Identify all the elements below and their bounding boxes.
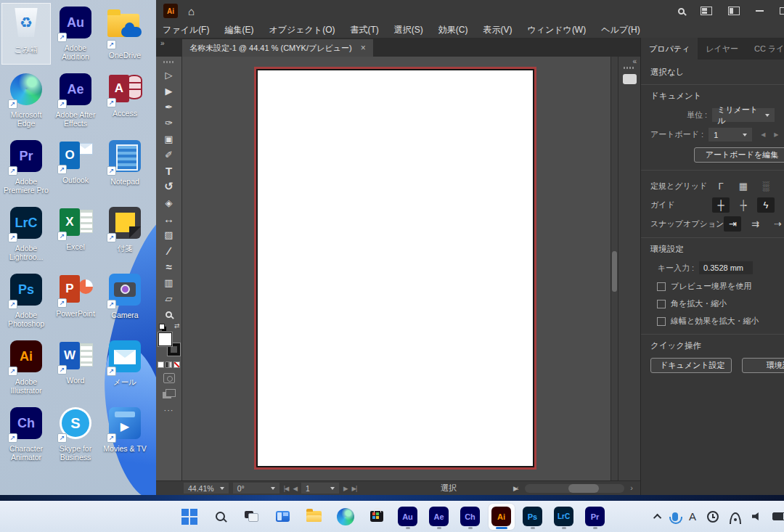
desktop-icon-camera[interactable]: Camera (100, 270, 150, 332)
ruler-icon[interactable]: Γ (712, 179, 730, 194)
eraser-tool[interactable]: ◈ (159, 195, 179, 210)
desktop-icon-movies-tv[interactable]: ▶ Movies & TV (100, 404, 150, 465)
minimize-button[interactable] (756, 10, 764, 12)
horizontal-scrollbar-thumb[interactable] (568, 484, 599, 493)
wifi-icon[interactable] (730, 512, 741, 520)
comments-icon[interactable] (623, 74, 637, 84)
artboard[interactable] (256, 69, 534, 467)
close-tab-icon[interactable]: × (361, 43, 366, 53)
preferences-button[interactable]: 環境設定 (742, 358, 784, 373)
lock-guides-icon[interactable]: ┼ (735, 197, 752, 213)
keyboard-increment-field[interactable]: 0.3528 mm (699, 261, 753, 274)
width-tool[interactable]: ↔ (159, 210, 179, 226)
arrange-documents-icon[interactable] (728, 7, 740, 15)
type-tool[interactable]: T (159, 163, 179, 179)
next-artboard-icon[interactable]: ▶ (774, 131, 778, 138)
desktop-icon-character-animator[interactable]: Ch Character Animator (1, 404, 51, 465)
artboard-select[interactable]: 1 (709, 128, 752, 142)
show-guides-icon[interactable]: ┼ (712, 197, 730, 213)
taskbar-premiere-button[interactable]: Pr (582, 504, 608, 530)
scale-strokes-effects-checkbox[interactable]: 線幅と効果を拡大・縮小 (657, 316, 775, 327)
default-colors-icon[interactable] (159, 324, 165, 330)
desktop-icon-illustrator[interactable]: Ai Adobe Illustrator (1, 337, 51, 398)
rotation-select[interactable]: 0° (233, 483, 279, 494)
vertical-scrollbar[interactable] (611, 57, 618, 480)
desktop-icon-notepad[interactable]: Notepad (100, 136, 150, 198)
document-setup-button[interactable]: ドキュメント設定 (650, 358, 732, 373)
microsoft-store-button[interactable] (364, 504, 390, 530)
blend-tool[interactable]: ≈ (159, 258, 179, 274)
menu-select[interactable]: 選択(S) (394, 24, 423, 36)
edit-toolbar-icon[interactable]: ··· (164, 406, 174, 414)
artboard-navigation-select[interactable]: 1 (301, 483, 339, 494)
start-button[interactable] (176, 504, 203, 530)
desktop-icon-outlook[interactable]: O Outlook (51, 136, 100, 198)
menu-type[interactable]: 書式(T) (350, 24, 378, 36)
toolbar-grip[interactable] (163, 61, 175, 63)
zoom-level-select[interactable]: 44.41% (184, 483, 229, 494)
desktop-icon-photoshop[interactable]: Ps Adobe Photoshop (1, 270, 51, 332)
menu-edit[interactable]: 編集(E) (224, 24, 253, 36)
scroll-right-icon[interactable]: › (630, 483, 633, 493)
grid-icon[interactable]: ▦ (735, 179, 752, 194)
gradient-button[interactable] (166, 361, 172, 368)
desktop-icon-premiere-pro[interactable]: Pr Adobe Premiere Pro (1, 136, 51, 198)
tab-layers[interactable]: レイヤー (698, 38, 746, 60)
fill-swatch[interactable] (158, 332, 172, 346)
last-artboard-button[interactable]: ▶| (351, 485, 356, 492)
drawing-modes-button[interactable] (163, 373, 175, 383)
desktop-icon-onedrive[interactable]: OneDrive (100, 3, 150, 65)
clock-icon[interactable] (707, 511, 719, 523)
curvature-tool[interactable]: ✑ (159, 115, 179, 131)
taskbar-illustrator-button[interactable]: Ai (489, 504, 515, 530)
task-view-button[interactable] (239, 504, 265, 530)
panel-collapse-icon[interactable]: « (632, 57, 637, 65)
desktop-icon-word[interactable]: W Word (51, 337, 100, 398)
taskbar-after-effects-button[interactable]: Ae (426, 504, 452, 530)
paintbrush-tool[interactable]: ✐ (159, 147, 179, 163)
canvas[interactable] (182, 57, 611, 480)
menu-view[interactable]: 表示(V) (483, 24, 512, 36)
eyedropper-tool[interactable]: ∕ (159, 242, 179, 258)
desktop-icon-access[interactable]: A Access (100, 70, 150, 131)
workspace-switcher-icon[interactable] (701, 7, 712, 15)
first-artboard-button[interactable]: |◀ (284, 485, 289, 492)
search-icon[interactable] (678, 8, 685, 15)
gradient-tool[interactable]: ▨ (159, 226, 179, 242)
artboard-tool[interactable]: ▱ (159, 290, 179, 306)
transparency-grid-icon[interactable]: ░ (757, 179, 775, 194)
desktop-icon-excel[interactable]: X Excel (51, 203, 100, 265)
microphone-icon[interactable] (672, 512, 678, 521)
menu-file[interactable]: ファイル(F) (163, 24, 209, 36)
screen-mode-button[interactable] (163, 389, 176, 398)
scroll-left-icon[interactable]: ‹ (516, 483, 519, 493)
previous-artboard-button[interactable]: ◀ (293, 485, 297, 492)
snap-to-point-icon[interactable]: ⇥ (724, 216, 741, 232)
edit-artboards-button[interactable]: アートボードを編集 (694, 147, 784, 163)
panel-grip[interactable] (624, 67, 635, 69)
toolbar-collapse-icon[interactable]: » (160, 39, 165, 47)
desktop-icon-microsoft-edge[interactable]: Microsoft Edge (1, 70, 51, 131)
none-button[interactable] (173, 361, 180, 368)
pen-tool[interactable]: ✒ (159, 99, 179, 115)
volume-icon[interactable] (752, 512, 761, 521)
previous-artboard-icon[interactable]: ◀ (761, 131, 765, 138)
taskbar-photoshop-button[interactable]: Ps (520, 504, 546, 530)
snap-to-pixel-icon[interactable]: ⇢ (769, 216, 784, 232)
ime-mode-indicator[interactable]: A (689, 510, 696, 523)
taskbar-search-button[interactable] (208, 504, 234, 530)
desktop-icon-recycle-bin[interactable]: ♻ ごみ箱 (1, 3, 51, 65)
desktop-icon-lightroom[interactable]: LrC Adobe Lightroo... (1, 203, 51, 265)
taskbar-audition-button[interactable]: Au (395, 504, 421, 530)
snap-to-grid-icon[interactable]: ⇉ (746, 216, 764, 232)
smart-guides-icon[interactable]: ϟ (757, 197, 775, 213)
menu-help[interactable]: ヘルプ(H) (601, 24, 640, 36)
desktop-icon-powerpoint[interactable]: P PowerPoint (51, 270, 100, 332)
tab-cc-libraries[interactable]: CC ライブラリ (746, 38, 784, 60)
desktop-icon-sticky-notes[interactable]: 付箋 (100, 203, 150, 265)
widgets-button[interactable] (270, 504, 296, 530)
taskbar-character-animator-button[interactable]: Ch (457, 504, 483, 530)
color-button[interactable] (158, 361, 164, 368)
menu-effect[interactable]: 効果(C) (438, 24, 468, 36)
rotate-tool[interactable]: ↺ (159, 179, 179, 195)
